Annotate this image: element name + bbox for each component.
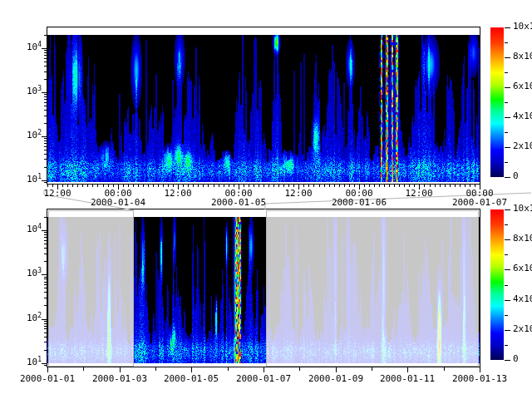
x-minor-tick xyxy=(414,185,415,187)
x-minor-tick xyxy=(259,185,259,187)
y-minor-tick xyxy=(44,96,47,97)
x-minor-tick xyxy=(214,185,214,187)
colorbar-major-tick xyxy=(505,177,510,178)
x-minor-tick xyxy=(424,185,425,187)
x-minor-tick xyxy=(244,185,244,187)
colorbar-tick-label: 0 xyxy=(513,170,532,182)
superscript: 1 xyxy=(37,173,42,180)
x-tick-date-label: 2000-01-06 xyxy=(326,198,392,208)
x-minor-tick xyxy=(389,185,390,187)
colorbar-major-tick xyxy=(505,269,510,270)
x-tick-date-label: 2000-01-01 xyxy=(14,374,81,384)
x-tick-date-label: 2000-01-05 xyxy=(158,374,224,384)
x-minor-tick xyxy=(143,185,144,187)
x-minor-tick xyxy=(249,185,249,187)
x-tick-time-label: 12:00 xyxy=(386,189,452,199)
x-tick-date-label: 2000-01-03 xyxy=(86,374,153,384)
y-minor-tick xyxy=(44,58,47,59)
x-minor-tick xyxy=(394,185,395,187)
y-tick-label: 104 xyxy=(10,42,42,54)
x-minor-tick xyxy=(430,185,431,187)
y-major-tick xyxy=(42,319,47,320)
y-minor-tick xyxy=(44,234,47,235)
colorbar-major-tick xyxy=(505,27,510,28)
colorbar-minor-tick xyxy=(505,132,508,133)
x-minor-tick xyxy=(273,185,274,187)
colorbar-tick-label: 0 xyxy=(513,353,532,365)
y-tick-label: 101 xyxy=(10,174,42,186)
y-minor-tick xyxy=(44,140,47,141)
x-minor-tick xyxy=(155,367,156,371)
y-minor-tick xyxy=(44,55,47,56)
x-minor-tick xyxy=(168,185,169,187)
y-minor-tick xyxy=(44,342,47,342)
y-minor-tick xyxy=(44,337,47,337)
x-minor-tick xyxy=(324,185,325,187)
x-minor-tick xyxy=(319,185,320,187)
context-dimmed-region-left[interactable] xyxy=(48,210,134,367)
x-minor-tick xyxy=(354,185,355,187)
y-minor-tick xyxy=(44,99,47,100)
x-minor-tick xyxy=(113,185,114,187)
y-minor-tick xyxy=(44,94,47,95)
y-minor-tick xyxy=(44,240,47,241)
x-minor-tick xyxy=(460,185,461,187)
x-minor-tick xyxy=(47,185,48,187)
x-major-tick xyxy=(407,367,408,372)
x-minor-tick xyxy=(450,185,451,187)
x-minor-tick xyxy=(208,185,209,187)
y-tick-label: 102 xyxy=(10,313,42,325)
y-minor-tick xyxy=(44,282,47,283)
x-minor-tick xyxy=(234,185,234,187)
x-major-tick xyxy=(336,367,337,372)
x-tick-date-label: 2000-01-04 xyxy=(85,198,151,208)
y-minor-tick xyxy=(44,71,47,72)
x-minor-tick xyxy=(399,185,400,187)
y-minor-tick xyxy=(44,277,47,278)
x-minor-tick xyxy=(404,185,405,187)
y-tick-label: 103 xyxy=(10,86,42,98)
superscript: 2 xyxy=(37,312,42,319)
x-major-tick xyxy=(120,367,121,372)
x-minor-tick xyxy=(440,185,441,187)
x-minor-tick xyxy=(409,185,410,187)
x-minor-tick xyxy=(308,185,309,187)
y-minor-tick xyxy=(44,150,47,150)
y-minor-tick xyxy=(44,248,47,249)
y-tick-label: 104 xyxy=(10,224,42,236)
colorbar-minor-tick xyxy=(505,72,508,73)
x-minor-tick xyxy=(77,185,78,187)
y-major-tick xyxy=(42,274,47,275)
superscript: 3 xyxy=(37,267,42,274)
y-minor-tick xyxy=(44,62,47,62)
superscript: 3 xyxy=(37,85,42,92)
colorbar-minor-tick xyxy=(505,162,508,163)
x-major-tick xyxy=(47,367,48,372)
x-minor-tick xyxy=(228,367,229,371)
colorbar-major-tick xyxy=(505,87,510,88)
x-minor-tick xyxy=(158,185,159,187)
x-minor-tick xyxy=(87,185,88,187)
x-minor-tick xyxy=(254,185,254,187)
colorbar-major-tick xyxy=(505,300,510,301)
x-minor-tick xyxy=(224,185,224,187)
y-minor-tick xyxy=(44,110,47,111)
context-dimmed-region-right[interactable] xyxy=(266,210,479,367)
x-minor-tick xyxy=(183,185,184,187)
colorbar-major-tick xyxy=(505,147,510,148)
detail-spectrogram-heatmap[interactable] xyxy=(47,27,480,184)
x-minor-tick xyxy=(369,185,370,187)
x-minor-tick xyxy=(268,185,269,187)
y-minor-tick xyxy=(44,79,47,80)
y-minor-tick xyxy=(44,237,47,238)
y-minor-tick xyxy=(44,284,47,285)
x-minor-tick xyxy=(173,185,174,187)
x-tick-time-label: 12:00 xyxy=(145,189,211,199)
y-minor-tick xyxy=(44,254,47,254)
x-minor-tick xyxy=(264,185,264,187)
x-major-tick xyxy=(191,367,192,372)
x-minor-tick xyxy=(364,185,365,187)
colorbar-tick-label: 6x107 xyxy=(513,263,532,275)
y-minor-tick xyxy=(44,232,47,233)
y-minor-tick xyxy=(44,278,47,279)
